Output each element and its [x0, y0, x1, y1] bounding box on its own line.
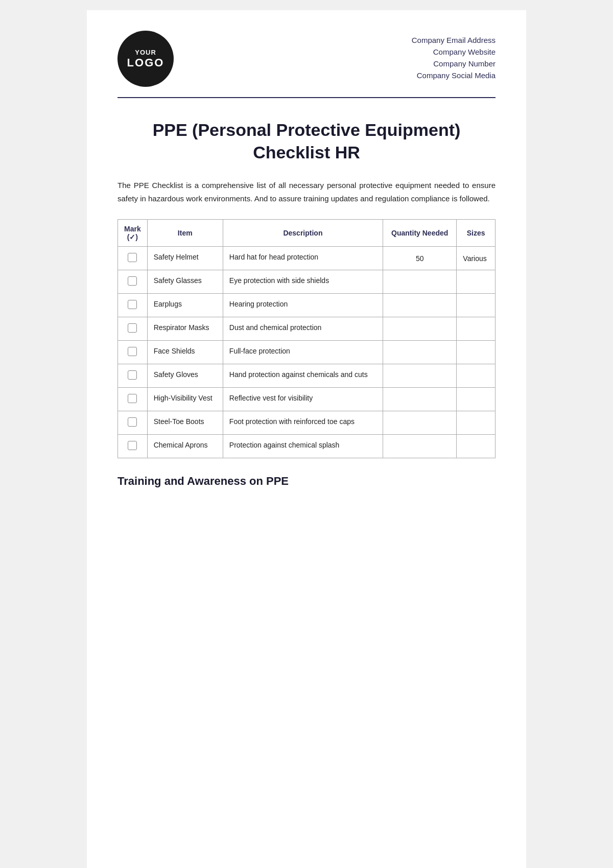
sizes-cell: Various — [457, 247, 496, 270]
checkbox-icon[interactable] — [128, 323, 137, 333]
table-row: Safety HelmetHard hat for head protectio… — [118, 247, 496, 270]
table-row: Steel-Toe BootsFoot protection with rein… — [118, 411, 496, 435]
description-cell: Protection against chemical splash — [223, 435, 383, 458]
item-cell: Respirator Masks — [147, 317, 223, 341]
check-cell[interactable] — [118, 435, 148, 458]
item-cell: Safety Gloves — [147, 364, 223, 388]
table-row: Safety GlassesEye protection with side s… — [118, 270, 496, 294]
description-cell: Reflective vest for visibility — [223, 388, 383, 411]
item-cell: Chemical Aprons — [147, 435, 223, 458]
company-number: Company Number — [412, 59, 496, 68]
sizes-cell — [457, 435, 496, 458]
header-divider — [117, 97, 496, 98]
logo: YOUR LOGO — [117, 31, 174, 87]
col-sizes: Sizes — [457, 220, 496, 247]
col-mark: Mark(✓) — [118, 220, 148, 247]
table-row: Respirator MasksDust and chemical protec… — [118, 317, 496, 341]
quantity-cell — [383, 364, 457, 388]
table-row: Face ShieldsFull-face protection — [118, 341, 496, 364]
check-cell[interactable] — [118, 341, 148, 364]
description-cell: Hearing protection — [223, 294, 383, 317]
company-website: Company Website — [412, 48, 496, 56]
checkbox-icon[interactable] — [128, 276, 137, 286]
table-row: Safety GlovesHand protection against che… — [118, 364, 496, 388]
table-row: Chemical ApronsProtection against chemic… — [118, 435, 496, 458]
checkbox-icon[interactable] — [128, 394, 137, 403]
sizes-cell — [457, 317, 496, 341]
description-cell: Hard hat for head protection — [223, 247, 383, 270]
item-cell: Earplugs — [147, 294, 223, 317]
table-row: High-Visibility VestReflective vest for … — [118, 388, 496, 411]
table-header-row: Mark(✓) Item Description Quantity Needed… — [118, 220, 496, 247]
sizes-cell — [457, 294, 496, 317]
ppe-table: Mark(✓) Item Description Quantity Needed… — [117, 219, 496, 458]
checkbox-icon[interactable] — [128, 347, 137, 356]
quantity-cell: 50 — [383, 247, 457, 270]
check-cell[interactable] — [118, 247, 148, 270]
logo-line1: YOUR — [135, 49, 156, 56]
checkbox-icon[interactable] — [128, 441, 137, 450]
check-cell[interactable] — [118, 411, 148, 435]
table-row: EarplugsHearing protection — [118, 294, 496, 317]
check-cell[interactable] — [118, 364, 148, 388]
page: YOUR LOGO Company Email Address Company … — [87, 10, 526, 868]
col-description: Description — [223, 220, 383, 247]
checkbox-icon[interactable] — [128, 300, 137, 309]
quantity-cell — [383, 388, 457, 411]
item-cell: Safety Helmet — [147, 247, 223, 270]
logo-line2: LOGO — [127, 56, 164, 69]
quantity-cell — [383, 270, 457, 294]
checkbox-icon[interactable] — [128, 253, 137, 262]
item-cell: Safety Glasses — [147, 270, 223, 294]
item-cell: Face Shields — [147, 341, 223, 364]
document-description: The PPE Checklist is a comprehensive lis… — [117, 179, 496, 205]
quantity-cell — [383, 411, 457, 435]
description-cell: Dust and chemical protection — [223, 317, 383, 341]
sizes-cell — [457, 364, 496, 388]
header: YOUR LOGO Company Email Address Company … — [117, 31, 496, 87]
section2-title: Training and Awareness on PPE — [117, 475, 496, 488]
description-cell: Full-face protection — [223, 341, 383, 364]
description-cell: Hand protection against chemicals and cu… — [223, 364, 383, 388]
quantity-cell — [383, 341, 457, 364]
sizes-cell — [457, 270, 496, 294]
company-info: Company Email Address Company Website Co… — [412, 31, 496, 80]
description-cell: Foot protection with reinforced toe caps — [223, 411, 383, 435]
item-cell: High-Visibility Vest — [147, 388, 223, 411]
document-title: PPE (Personal Protective Equipment) Chec… — [117, 119, 496, 163]
quantity-cell — [383, 435, 457, 458]
quantity-cell — [383, 317, 457, 341]
checkbox-icon[interactable] — [128, 417, 137, 427]
check-cell[interactable] — [118, 270, 148, 294]
check-cell[interactable] — [118, 317, 148, 341]
col-item: Item — [147, 220, 223, 247]
quantity-cell — [383, 294, 457, 317]
check-cell[interactable] — [118, 388, 148, 411]
sizes-cell — [457, 411, 496, 435]
col-quantity: Quantity Needed — [383, 220, 457, 247]
company-social: Company Social Media — [412, 71, 496, 80]
checkbox-icon[interactable] — [128, 370, 137, 380]
description-cell: Eye protection with side shields — [223, 270, 383, 294]
company-email: Company Email Address — [412, 36, 496, 44]
sizes-cell — [457, 341, 496, 364]
check-cell[interactable] — [118, 294, 148, 317]
sizes-cell — [457, 388, 496, 411]
item-cell: Steel-Toe Boots — [147, 411, 223, 435]
